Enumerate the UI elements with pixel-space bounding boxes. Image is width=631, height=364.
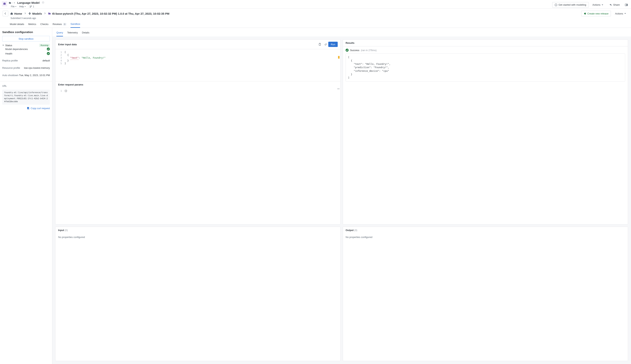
star-icon[interactable] — [42, 1, 44, 4]
input-panel-title: Enter input data — [58, 43, 77, 46]
svg-rect-0 — [4, 3, 6, 5]
titlebar-actions[interactable]: Actions — [590, 2, 606, 8]
reset-icon[interactable] — [323, 42, 328, 47]
shutdown-row: Auto shutdownTue, May 2, 2023, 10:01 PM — [2, 73, 50, 78]
share-button[interactable]: Share — [607, 2, 622, 8]
branch-count: 1 — [33, 5, 34, 8]
url-label: URL — [2, 85, 50, 87]
primary-tabs: Model details Metrics Checks Reviews 0 S… — [0, 21, 631, 28]
reviews-count-badge: 0 — [63, 23, 66, 26]
run-button[interactable]: Run — [328, 42, 338, 47]
svg-rect-10 — [626, 4, 627, 6]
help-menu[interactable]: Help — [18, 5, 27, 8]
tab-metrics[interactable]: Metrics — [28, 21, 36, 28]
subtab-telemetry[interactable]: Telemetry — [67, 30, 78, 36]
chevron-right-icon — [44, 12, 46, 15]
svg-point-8 — [611, 4, 612, 6]
result-status: Success (ran in 276ms) — [346, 49, 625, 52]
status-label: Status — [5, 44, 12, 47]
clipboard-icon[interactable] — [317, 42, 323, 47]
svg-point-7 — [610, 4, 611, 5]
result-status-text: Success — [350, 49, 359, 52]
branch-indicator[interactable]: 1 — [30, 5, 34, 8]
result-timing: (ran in 276ms) — [361, 49, 377, 52]
status-row-health: Health — [2, 51, 50, 56]
status-pill: Running — [39, 44, 50, 47]
svg-rect-12 — [27, 107, 29, 109]
file-menu-bar: File Help 1 — [10, 5, 34, 8]
tab-checks[interactable]: Checks — [41, 21, 49, 28]
titlebar: - Language Model File Help 1 ? Get start… — [0, 0, 631, 9]
sidebar-heading: Sandbox configuration — [2, 30, 50, 34]
chevron-right-icon — [24, 12, 26, 15]
check-circle-icon — [346, 49, 349, 52]
check-circle-icon — [47, 52, 50, 55]
input-panel: Enter input data Run 1[ 2 { 3 "text": "H… — [55, 40, 341, 224]
tab-reviews[interactable]: Reviews 0 — [53, 21, 66, 28]
subtab-details[interactable]: Details — [82, 30, 90, 36]
crumb-version: t5-base-pytorch (Thu, Apr 27, 2023, 10:0… — [48, 12, 169, 15]
subtab-query[interactable]: Query — [56, 30, 63, 36]
app-icon[interactable] — [2, 1, 7, 6]
svg-point-2 — [30, 6, 31, 6]
input-schema-panel: Input (0) No properties configured — [55, 227, 341, 361]
file-menu[interactable]: File — [10, 5, 18, 8]
tab-sandbox[interactable]: Sandbox — [71, 21, 80, 28]
svg-point-4 — [31, 6, 32, 6]
output-schema-panel: Output (0) No properties configured — [343, 227, 628, 361]
svg-rect-1 — [4, 3, 5, 3]
output-schema-empty: No properties configured — [346, 236, 372, 238]
output-schema-title: Output (0) — [346, 229, 357, 232]
copy-curl-link[interactable]: Copy curl request — [2, 107, 50, 110]
back-button[interactable] — [3, 11, 8, 16]
status-section-toggle[interactable]: Status Running — [2, 44, 50, 47]
breadcrumb-actions[interactable]: Actions — [613, 11, 628, 16]
get-started-button[interactable]: ? Get started with modeling — [552, 2, 588, 8]
crumb-home[interactable]: Home — [10, 12, 22, 15]
create-release-button[interactable]: Create new release — [581, 11, 611, 16]
panel-toggle-icon[interactable] — [623, 2, 629, 8]
params-panel-title: Enter request params — [58, 83, 83, 86]
editor-minimap-mark — [337, 89, 340, 89]
tab-model-details[interactable]: Model details — [10, 21, 24, 28]
crumb-models[interactable]: Models — [28, 12, 42, 15]
check-circle-icon — [47, 48, 50, 50]
svg-rect-13 — [319, 44, 321, 46]
editor-warning-marker — [338, 56, 340, 58]
svg-rect-14 — [320, 43, 320, 44]
result-json[interactable]: [ { "text": "Hello, Foundry!", "predicti… — [346, 54, 625, 82]
resource-row: Resource profilelow-cpu-lowest-memory — [2, 65, 50, 70]
status-row-deps: Model dependencies — [2, 47, 50, 51]
replica-row: Replica profiledefault — [2, 58, 50, 63]
results-panel-title: Results — [346, 42, 355, 44]
page-title: Language Model — [17, 1, 40, 4]
project-chip[interactable]: - — [9, 2, 16, 4]
project-chip-label: - — [12, 2, 13, 4]
params-editor[interactable]: 1{} — [56, 88, 340, 105]
results-panel: Results Success (ran in 276ms) [ { "text… — [343, 40, 628, 224]
sidebar: Sandbox configuration Stop sandbox Statu… — [0, 28, 52, 364]
url-value[interactable]: foundry-ml-live/api/inference/transform/… — [2, 90, 50, 104]
input-editor[interactable]: 1[ 2 { 3 "text": "Hello, Foundry!" 4 } 5… — [56, 49, 340, 81]
svg-text:?: ? — [556, 4, 556, 6]
input-schema-empty: No properties configured — [58, 236, 85, 238]
submitted-label: Submitted 3 seconds ago — [0, 17, 631, 21]
sub-tabs: Query Telemetry Details — [52, 28, 631, 36]
stop-sandbox-button[interactable]: Stop sandbox — [2, 36, 50, 42]
input-schema-title: Input (0) — [58, 229, 68, 232]
